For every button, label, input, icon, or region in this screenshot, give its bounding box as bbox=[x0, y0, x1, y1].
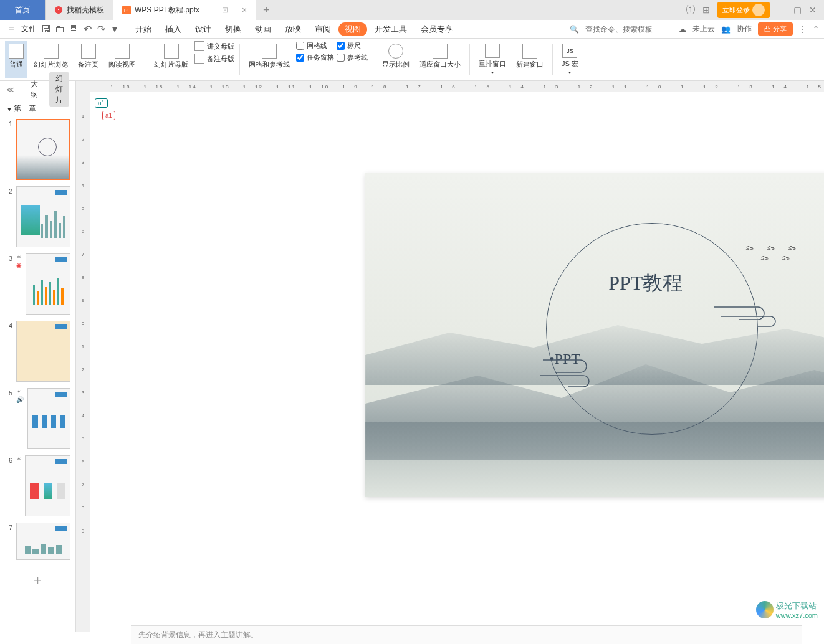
anim-icon: ✶ bbox=[16, 388, 24, 395]
docer-icon bbox=[54, 6, 63, 14]
slide-thumb-5[interactable] bbox=[27, 388, 70, 449]
slide-thumb-4[interactable] bbox=[16, 321, 70, 382]
search-input[interactable] bbox=[585, 25, 673, 34]
print-icon[interactable]: 🖶 bbox=[67, 23, 80, 36]
tab-current-file[interactable]: P WPS PPT教程.pptx ⊡ × bbox=[113, 0, 256, 20]
hamburger-icon[interactable]: ≡ bbox=[5, 23, 17, 36]
save-icon[interactable]: 🖫 bbox=[40, 23, 52, 36]
ribbon-view: 普通 幻灯片浏览 备注页 阅读视图 幻灯片母版 讲义母版 备注母版 网格和参考线… bbox=[0, 39, 824, 81]
slide-canvas[interactable]: PPT教程 •PPT 𐦐 𐦐 𐦐 𐦐 𐦐 bbox=[365, 173, 824, 497]
notes-bar[interactable]: 先介绍背景信息，再进入主题讲解。 bbox=[131, 625, 802, 644]
tab-review[interactable]: 审阅 bbox=[309, 24, 337, 35]
cloud-icon[interactable]: ☁ bbox=[679, 25, 686, 34]
pane-icon[interactable]: ⑴ bbox=[686, 4, 695, 16]
slide-thumb-7[interactable] bbox=[16, 523, 70, 560]
check-gridlines[interactable] bbox=[296, 42, 304, 50]
grid-icon[interactable]: ⊞ bbox=[702, 5, 710, 15]
outline-tab[interactable]: 大纲 bbox=[24, 78, 44, 102]
slide-number: 6 bbox=[5, 455, 12, 516]
view-lecturemaster[interactable]: 讲义母版 bbox=[194, 41, 234, 51]
slide-panel: ≪ 大纲 幻灯片 ▾ 第一章 1 2 3 ✶◉ 4 5 ✶🔊 6 ✶ 7 bbox=[0, 81, 76, 632]
comment-marker-a1[interactable]: a1 bbox=[95, 98, 108, 108]
dropdown-icon[interactable]: ▾ bbox=[108, 23, 121, 36]
minimize-icon[interactable]: — bbox=[777, 5, 786, 15]
new-tab-button[interactable]: + bbox=[256, 4, 276, 17]
close-window-icon[interactable]: ✕ bbox=[809, 5, 817, 15]
view-jsmacro[interactable]: JSJS 宏 ▾ bbox=[558, 41, 582, 78]
file-menu[interactable]: 文件 bbox=[21, 24, 36, 34]
close-icon[interactable]: × bbox=[242, 5, 247, 15]
tab-view[interactable]: 视图 bbox=[338, 22, 367, 36]
undo-icon[interactable]: ↶ bbox=[81, 23, 93, 36]
cloud-ornament bbox=[537, 354, 605, 391]
tab-transition[interactable]: 切换 bbox=[219, 24, 247, 35]
decorative-circle bbox=[546, 223, 758, 435]
view-gridguides[interactable]: 网格和参考线 bbox=[245, 41, 294, 78]
add-slide-button[interactable]: + bbox=[5, 566, 70, 595]
mountain-bg bbox=[365, 422, 824, 497]
view-notespage[interactable]: 备注页 bbox=[74, 41, 102, 78]
collab-icon[interactable]: 👥 bbox=[721, 25, 731, 34]
comment-marker-a1-reply[interactable]: a1 bbox=[102, 111, 115, 120]
view-normal[interactable]: 普通 bbox=[5, 41, 27, 78]
tab-animation[interactable]: 动画 bbox=[249, 24, 277, 35]
watermark-logo-icon bbox=[756, 601, 774, 618]
check-taskpane[interactable] bbox=[296, 54, 304, 62]
slide-thumb-2[interactable] bbox=[16, 186, 70, 247]
tab-insert[interactable]: 插入 bbox=[159, 24, 188, 35]
birds-icon: 𐦐 𐦐 𐦐 𐦐 𐦐 bbox=[745, 242, 802, 262]
slide-number: 5 bbox=[5, 388, 12, 449]
tab-start[interactable]: 开始 bbox=[129, 24, 158, 35]
slide-number: 7 bbox=[5, 523, 12, 560]
watermark: 极光下载站www.xz7.com bbox=[756, 600, 818, 619]
slide-number: 4 bbox=[5, 321, 12, 382]
tab-design[interactable]: 设计 bbox=[189, 24, 218, 35]
view-arrangewin[interactable]: 重排窗口 ▾ bbox=[475, 41, 510, 78]
slide-number: 1 bbox=[5, 119, 12, 180]
canvas-area[interactable]: a1 a1 PPT教程 •PPT 𐦐 𐦐 𐦐 𐦐 𐦐 整套 背景 bbox=[90, 92, 824, 632]
view-reading[interactable]: 阅读视图 bbox=[105, 41, 140, 78]
title-tabbar: 首页 找稻壳模板 P WPS PPT教程.pptx ⊡ × + ⑴ ⊞ 立即登录… bbox=[0, 0, 824, 20]
save-as-icon[interactable]: 🗀 bbox=[54, 23, 66, 36]
cloud-ornament bbox=[711, 298, 786, 329]
tab-member[interactable]: 会员专享 bbox=[414, 24, 459, 35]
slide-title[interactable]: PPT教程 bbox=[608, 270, 683, 297]
audio-icon: 🔊 bbox=[16, 396, 24, 403]
tab-show[interactable]: 放映 bbox=[279, 24, 307, 35]
login-button[interactable]: 立即登录 bbox=[717, 2, 770, 18]
share-button[interactable]: 凸 分享 bbox=[758, 22, 793, 36]
anim-icon: ✶ bbox=[16, 253, 22, 260]
maximize-icon[interactable]: ▢ bbox=[793, 5, 802, 15]
ppt-icon: P bbox=[122, 6, 131, 14]
avatar-icon bbox=[752, 4, 765, 16]
view-newwin[interactable]: 新建窗口 bbox=[512, 41, 547, 78]
view-fitwindow[interactable]: 适应窗口大小 bbox=[416, 41, 464, 78]
tab-devtools[interactable]: 开发工具 bbox=[368, 24, 413, 35]
collapse-panel-icon[interactable]: ≪ bbox=[6, 85, 14, 94]
slide-number: 2 bbox=[5, 186, 12, 247]
horizontal-ruler[interactable]: · · · 1 · 18 · · 1 · 15 · · 1 · 14 · · 1… bbox=[76, 81, 824, 92]
slide-number: 3 bbox=[5, 253, 12, 315]
menubar: ≡ 文件 🖫 🗀 🖶 ↶ ↷ ▾ 开始 插入 设计 切换 动画 放映 审阅 视图… bbox=[0, 20, 824, 39]
embed-icon: ◉ bbox=[16, 262, 22, 268]
chapter-heading[interactable]: ▾ 第一章 bbox=[0, 98, 75, 119]
slide-thumb-1[interactable] bbox=[16, 119, 70, 180]
redo-icon[interactable]: ↷ bbox=[95, 23, 107, 36]
vertical-ruler[interactable]: 1234567890123456789 bbox=[76, 92, 90, 632]
tab-templates[interactable]: 找稻壳模板 bbox=[46, 0, 113, 20]
view-slidemaster[interactable]: 幻灯片母版 bbox=[150, 41, 192, 78]
svg-text:P: P bbox=[124, 7, 128, 14]
tab-home[interactable]: 首页 bbox=[0, 0, 46, 20]
tab-menu-icon[interactable]: ⊡ bbox=[222, 6, 228, 14]
search-icon[interactable]: 🔍 bbox=[570, 25, 579, 34]
slide-thumb-6[interactable] bbox=[25, 455, 70, 516]
slide-thumb-3[interactable] bbox=[26, 253, 70, 315]
check-ruler[interactable] bbox=[337, 42, 345, 50]
view-notesmaster[interactable]: 备注母版 bbox=[194, 54, 234, 64]
collapse-ribbon-icon[interactable]: ⌃ bbox=[813, 25, 819, 34]
view-zoom[interactable]: 显示比例 bbox=[378, 41, 413, 78]
check-guides[interactable] bbox=[337, 54, 345, 62]
anim-icon: ✶ bbox=[16, 455, 21, 462]
more-icon[interactable]: ⋮ bbox=[799, 25, 807, 34]
